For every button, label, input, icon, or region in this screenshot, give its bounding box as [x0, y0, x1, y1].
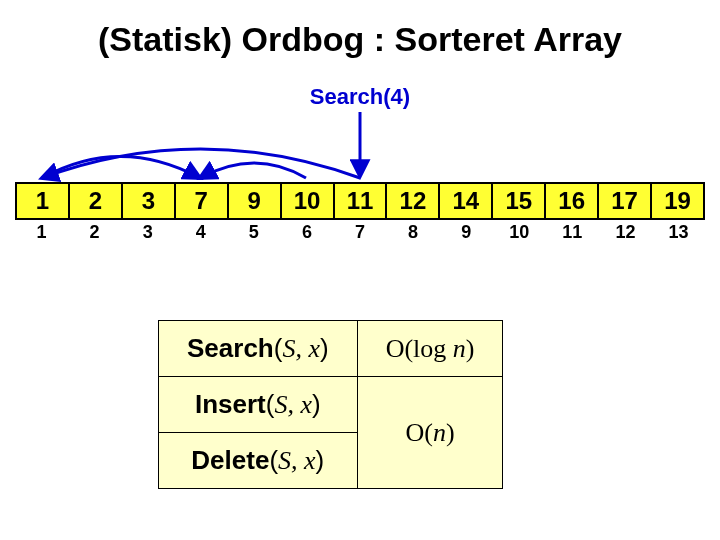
index-cell: 8: [387, 220, 440, 243]
array-cell: 16: [546, 184, 599, 218]
array-values-row: 1 2 3 7 9 10 11 12 14 15 16 17 19: [15, 182, 705, 220]
index-cell: 5: [227, 220, 280, 243]
array-cell: 17: [599, 184, 652, 218]
comp-search: O(log n): [357, 321, 503, 377]
index-cell: 10: [493, 220, 546, 243]
index-cell: 11: [546, 220, 599, 243]
array-cell: 3: [123, 184, 176, 218]
array-cell: 15: [493, 184, 546, 218]
page-title: (Statisk) Ordbog : Sorteret Array: [0, 20, 720, 59]
array-cell: 9: [229, 184, 282, 218]
op-delete: Delete(S, x): [159, 433, 358, 489]
index-cell: 9: [440, 220, 493, 243]
array-cell: 1: [17, 184, 70, 218]
op-insert: Insert(S, x): [159, 377, 358, 433]
op-search: Search(S, x): [159, 321, 358, 377]
table-row: Insert(S, x) O(n): [159, 377, 503, 433]
comp-linear: O(n): [357, 377, 503, 489]
array-cell: 7: [176, 184, 229, 218]
index-cell: 7: [333, 220, 386, 243]
array-indices-row: 1 2 3 4 5 6 7 8 9 10 11 12 13: [15, 220, 705, 243]
index-cell: 3: [121, 220, 174, 243]
search-call-label: Search(4): [0, 84, 720, 110]
sorted-array: 1 2 3 7 9 10 11 12 14 15 16 17 19 1 2 3 …: [15, 182, 705, 243]
index-cell: 4: [174, 220, 227, 243]
index-cell: 13: [652, 220, 705, 243]
array-cell: 14: [440, 184, 493, 218]
complexity-table: Search(S, x) O(log n) Insert(S, x) O(n) …: [158, 320, 503, 489]
index-cell: 2: [68, 220, 121, 243]
index-cell: 12: [599, 220, 652, 243]
array-cell: 11: [335, 184, 388, 218]
array-cell: 12: [387, 184, 440, 218]
array-cell: 10: [282, 184, 335, 218]
index-cell: 1: [15, 220, 68, 243]
array-cell: 19: [652, 184, 703, 218]
index-cell: 6: [280, 220, 333, 243]
array-cell: 2: [70, 184, 123, 218]
table-row: Search(S, x) O(log n): [159, 321, 503, 377]
